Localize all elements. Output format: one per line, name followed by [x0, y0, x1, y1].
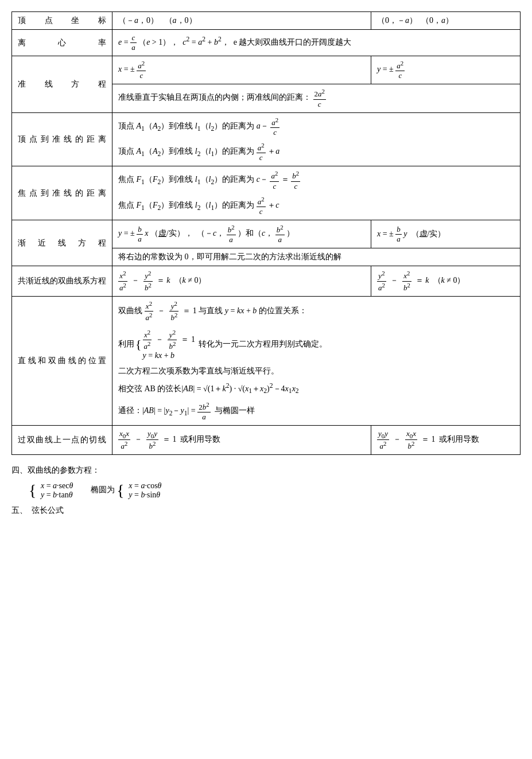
content-tangent-right: y0ya2 － x0xb2 ＝ 1 或利用导数 — [371, 426, 521, 455]
content-focus-directrix: 焦点 F1（F2）到准线 l1（l2）的距离为 c－ a2c ＝ b2c 焦点 … — [112, 166, 521, 220]
row-asymptote-top: 渐近线方程 y = ± ba x （虚/实）， （－c， b2a ）和（c， b… — [12, 220, 521, 248]
content-vertex-left: （－a，0） （a，0） — [112, 12, 371, 30]
section5-heading: 五、 弦长公式 — [11, 505, 521, 516]
content-tangent-left: x0xa2 － y0yb2 ＝ 1 或利用导数 — [112, 426, 371, 455]
label-asymptote: 渐近线方程 — [12, 220, 112, 266]
row-common-asymptote: 共渐近线的双曲线系方程 x2a2 － y2b2 ＝ k （k ≠ 0） y2a2… — [12, 266, 521, 297]
label-common-asymptote: 共渐近线的双曲线系方程 — [12, 266, 112, 297]
content-vertex-right: （0，－a） （0，a） — [371, 12, 521, 30]
row-focus-to-directrix: 焦点到准线的距离 焦点 F1（F2）到准线 l1（l2）的距离为 c－ a2c … — [12, 166, 521, 220]
content-asymptote-note: 将右边的常数设为 0，即可用解二元二次的方法求出渐近线的解 — [112, 248, 521, 266]
content-asymptote-right: x = ± ba y （虚/实） — [371, 220, 521, 248]
main-reference-table: 顶点坐标 （－a，0） （a，0） （0，－a） （0，a） 离心率 e = c… — [11, 11, 521, 455]
label-eccentricity: 离心率 — [12, 30, 112, 56]
row-line-hyperbola: 直线和双曲线的位置 双曲线 x2a2 － y2b2 ＝ 1 与直线 y = kx… — [12, 296, 521, 425]
label-tangent: 过双曲线上一点的切线 — [12, 426, 112, 455]
row-eccentricity: 离心率 e = ca （e > 1）， c2 = a2 + b2， e 越大则双… — [12, 30, 521, 56]
section4-content: { x = a·secθ y = b·tanθ 椭圆为 { x = a·cosθ… — [29, 481, 521, 500]
row-vertex-to-directrix: 顶点到准线的距离 顶点 A1（A2）到准线 l1（l2）的距离为 a－ a2c … — [12, 112, 521, 166]
content-asymptote-left: y = ± ba x （虚/实）， （－c， b2a ）和（c， b2a ） — [112, 220, 371, 248]
label-vertex-directrix: 顶点到准线的距离 — [12, 112, 112, 166]
content-directrix-left: x = ± a2c — [112, 56, 371, 84]
content-vertex-directrix: 顶点 A1（A2）到准线 l1（l2）的距离为 a－ a2c 顶点 A1（A2）… — [112, 112, 521, 166]
content-line-hyperbola: 双曲线 x2a2 － y2b2 ＝ 1 与直线 y = kx + b 的位置关系… — [112, 296, 521, 425]
label-vertex: 顶点坐标 — [12, 12, 112, 30]
content-common-left: x2a2 － y2b2 ＝ k （k ≠ 0） — [112, 266, 371, 297]
row-vertex: 顶点坐标 （－a，0） （a，0） （0，－a） （0，a） — [12, 12, 521, 30]
label-focus-directrix: 焦点到准线的距离 — [12, 166, 112, 220]
content-directrix-right: y = ± a2c — [371, 56, 521, 84]
content-directrix-note: 准线垂直于实轴且在两顶点的内侧；两准线间的距离： 2a2c — [112, 84, 521, 112]
content-eccentricity: e = ca （e > 1）， c2 = a2 + b2， e 越大则双曲线开口… — [112, 30, 521, 56]
row-tangent: 过双曲线上一点的切线 x0xa2 － y0yb2 ＝ 1 或利用导数 y0ya2… — [12, 426, 521, 455]
content-common-right: y2a2 － x2b2 ＝ k （k ≠ 0） — [371, 266, 521, 297]
section4-heading: 四、双曲线的参数方程： — [11, 465, 521, 476]
row-directrix-formula: 准线方程 x = ± a2c y = ± a2c — [12, 56, 521, 84]
label-directrix: 准线方程 — [12, 56, 112, 113]
label-line-hyperbola: 直线和双曲线的位置 — [12, 296, 112, 425]
